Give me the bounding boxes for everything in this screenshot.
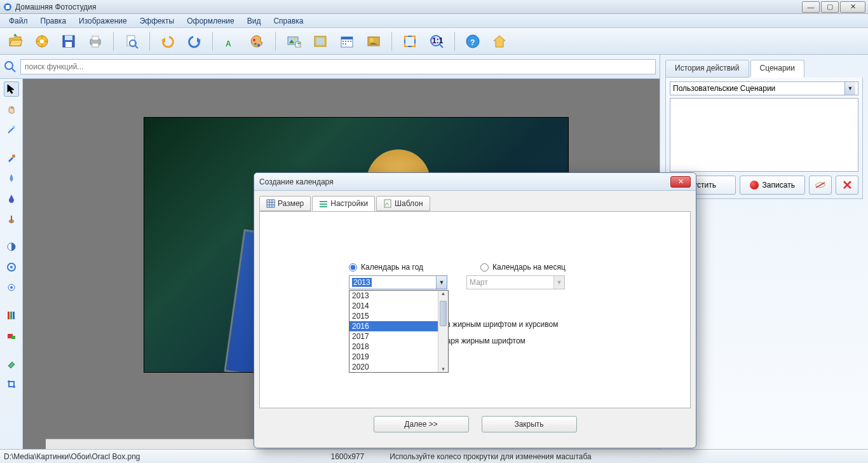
levels-tool[interactable] [4,308,19,323]
status-path: D:\Media\Картинки\Обои\Oracl Box.png [4,452,140,461]
tab-template[interactable]: Шаблон [376,196,430,211]
menu-edit[interactable]: Правка [34,15,73,27]
svg-text:A: A [226,39,231,48]
svg-rect-13 [92,36,98,40]
insert-image-button[interactable]: + [282,31,305,52]
fit-screen-button[interactable] [398,31,421,52]
status-bar: D:\Media\Картинки\Обои\Oracl Box.png 160… [0,449,868,463]
hand-tool[interactable] [4,102,19,117]
radio-year[interactable]: Календарь на год [349,263,423,272]
year-combo[interactable]: 2013 ▼ 2013 2014 2015 2016 2017 2018 201… [349,275,447,289]
postcard-button[interactable] [362,31,385,52]
year-option[interactable]: 2019 [349,352,448,362]
text-button[interactable]: A [219,31,242,52]
help-button[interactable]: ? [461,31,484,52]
close-button[interactable]: ✕ [840,1,865,13]
tab-settings[interactable]: Настройки [312,196,375,211]
eraser-tool[interactable] [4,356,19,371]
menu-effects[interactable]: Эффекты [133,15,181,27]
record-button[interactable]: Записать [740,176,806,195]
print-button[interactable] [84,31,107,52]
year-option[interactable]: 2014 [349,301,448,311]
contrast-tool[interactable] [4,239,19,254]
tab-history[interactable]: История действий [665,60,749,78]
clone-tool[interactable] [4,211,19,226]
menu-decoration[interactable]: Оформление [180,15,240,27]
palette-button[interactable] [246,31,269,52]
svg-line-17 [135,46,138,48]
save-button[interactable] [57,31,80,52]
blur-tool[interactable] [4,170,19,186]
year-option[interactable]: 2018 [349,342,448,352]
batch-button[interactable] [31,31,53,52]
svg-rect-1 [6,5,10,9]
minimize-button[interactable]: — [802,1,820,13]
tab-scenarios[interactable]: Сценарии [750,60,804,78]
pointer-tool[interactable] [4,81,19,97]
dialog-body: Календарь на год Календарь на месяц 2013… [259,211,691,408]
chevron-down-icon: ▼ [553,276,564,289]
sharpen-tool[interactable] [4,259,19,275]
dropdown-scrollbar[interactable] [438,291,448,372]
calendar-button[interactable] [336,31,358,52]
svg-marker-48 [494,36,505,47]
year-option[interactable]: 2017 [349,331,448,342]
scenario-list[interactable] [670,98,858,172]
home-button[interactable] [488,31,511,52]
scenario-select[interactable]: Пользовательские Сценарии ▼ [670,81,858,95]
svg-rect-77 [320,204,327,205]
svg-rect-34 [342,41,344,42]
year-option[interactable]: 2020 [349,362,448,372]
month-combo: Март ▼ [466,275,565,289]
menu-image[interactable]: Изображение [72,15,133,27]
open-button[interactable] [4,31,27,52]
x-icon: ✕ [842,177,853,193]
frame-button[interactable] [309,31,332,52]
svg-rect-65 [10,312,12,319]
search-input[interactable] [20,59,656,74]
dialog-close-button[interactable]: ✕ [670,176,691,188]
title-bar: Домашняя Фотостудия — ▢ ✕ [0,0,868,14]
actual-size-button[interactable]: 1:1 [425,31,448,52]
svg-rect-11 [65,42,72,47]
menu-file[interactable]: Файл [3,15,34,27]
dodge-tool[interactable] [4,280,19,295]
wand-tool[interactable] [4,122,19,137]
year-option[interactable]: 2013 [349,291,448,301]
crop-tool[interactable] [4,377,19,392]
svg-rect-10 [65,36,72,40]
svg-text:?: ? [470,38,475,47]
menu-view[interactable]: Вид [241,15,268,27]
svg-text:+: + [297,39,301,48]
next-button[interactable]: Далее >> [374,416,469,432]
svg-rect-31 [316,38,324,45]
check-bold-italic-label-tail: цев жирным шрифтом и курсивом [438,320,558,329]
svg-rect-38 [342,43,344,45]
delete-button[interactable]: ✕ [836,176,858,195]
check-bold-label-tail: ндаря жирным шрифтом [438,336,526,345]
year-option[interactable]: 2015 [349,311,448,321]
svg-text:1:1: 1:1 [432,36,444,45]
eyedropper-tool[interactable] [4,150,19,165]
svg-point-22 [254,43,257,45]
svg-point-49 [5,62,13,69]
year-option[interactable]: 2016 [349,321,448,331]
svg-rect-39 [345,43,346,45]
zoom-document-button[interactable] [120,31,143,52]
tab-size[interactable]: Размер [259,196,311,211]
undo-button[interactable] [156,31,179,52]
svg-marker-51 [8,85,14,93]
svg-point-61 [10,266,13,268]
hide-button[interactable] [809,176,832,195]
svg-rect-68 [11,336,15,339]
year-combo-value: 2013 [352,278,372,287]
maximize-button[interactable]: ▢ [821,1,839,13]
radio-month[interactable]: Календарь на месяц [480,263,566,272]
redeye-tool[interactable] [4,328,19,343]
svg-point-23 [257,44,260,46]
svg-point-63 [10,286,13,289]
redo-button[interactable] [183,31,206,52]
smudge-tool[interactable] [4,191,19,206]
menu-help[interactable]: Справка [267,15,309,27]
close-dialog-button[interactable]: Закрыть [482,416,577,432]
